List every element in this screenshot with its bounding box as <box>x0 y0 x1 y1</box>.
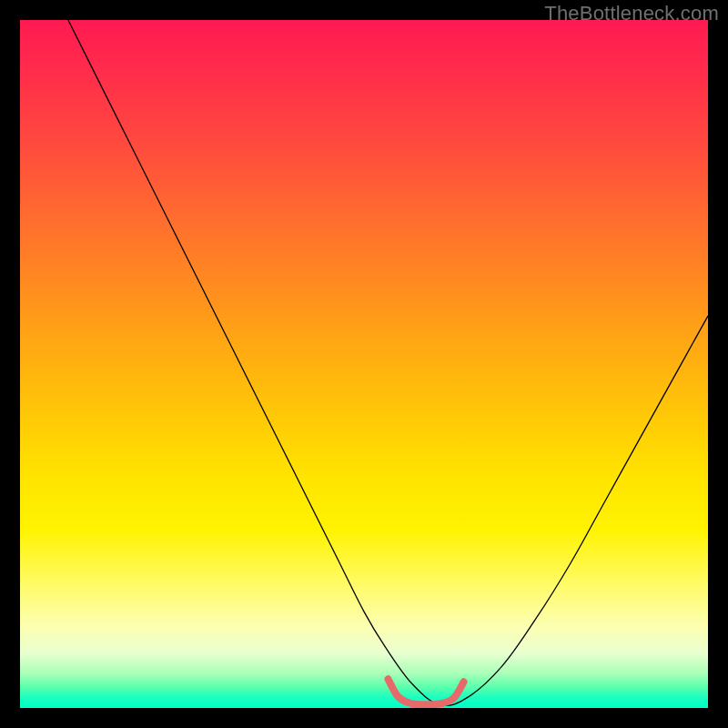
watermark-text: TheBottleneck.com <box>544 2 719 25</box>
optimal-zone-marker <box>388 679 463 704</box>
plot-area <box>20 20 708 708</box>
curve-svg <box>20 20 708 708</box>
bottleneck-curve <box>68 20 708 705</box>
chart-stage: TheBottleneck.com <box>0 0 728 728</box>
